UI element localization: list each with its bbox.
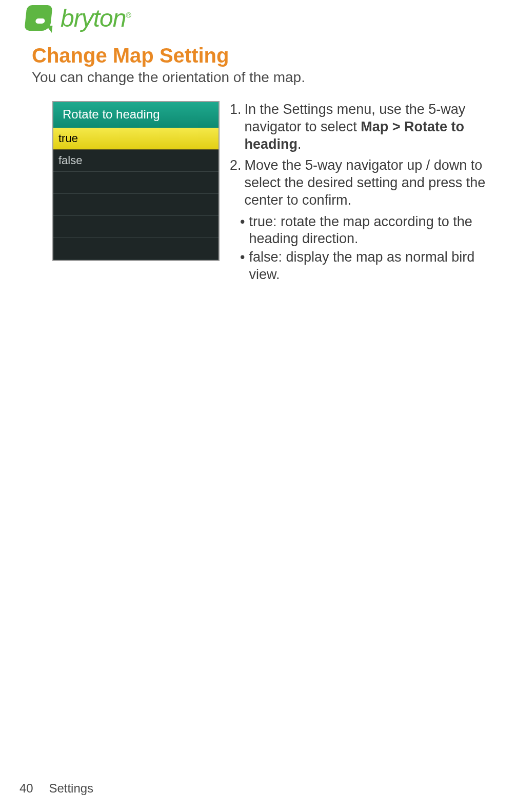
bullet-2: • false: display the map as normal bird … [240,249,508,284]
step-number: 2. [230,157,245,209]
list-item-empty [53,238,219,260]
page-number: 40 [19,781,33,795]
page-content: Change Map Setting You can change the or… [0,36,516,285]
brand-name: bryton [61,5,126,32]
page-footer: 40 Settings [19,781,93,796]
bullet-text: false: display the map as normal bird vi… [249,249,508,284]
trademark-symbol: ® [126,11,130,19]
bullet-dot: • [240,249,249,284]
bullet-dot: • [240,213,249,248]
step-number: 1. [230,101,245,153]
page-subtitle: You can change the orientation of the ma… [32,69,511,86]
list-item[interactable]: false [53,150,219,172]
device-screen-title: Rotate to heading [53,102,219,128]
step-2: 2. Move the 5-way navigator up / down to… [230,157,508,209]
step-1-text-c: . [297,136,302,152]
bullet-1: • true: rotate the map according to the … [240,213,508,248]
footer-section: Settings [49,781,93,795]
list-item[interactable]: true [53,128,219,150]
instructions-column: 1. In the Settings menu, use the 5-way n… [230,101,511,285]
list-item-empty [53,172,219,194]
step-text: In the Settings menu, use the 5-way navi… [245,101,508,153]
page-title: Change Map Setting [32,44,511,67]
list-item-empty [53,216,219,238]
brand-logo-icon [24,5,52,31]
brand-header: bryton® [0,0,516,36]
step-1: 1. In the Settings menu, use the 5-way n… [230,101,508,153]
two-column-layout: Rotate to heading true false 1. In the S… [32,101,511,285]
step-text: Move the 5-way navigator up / down to se… [245,157,508,209]
device-screenshot: Rotate to heading true false [52,101,220,261]
list-item-empty [53,194,219,216]
bullet-text: true: rotate the map according to the he… [249,213,508,248]
brand-logo-text: bryton® [61,4,131,32]
